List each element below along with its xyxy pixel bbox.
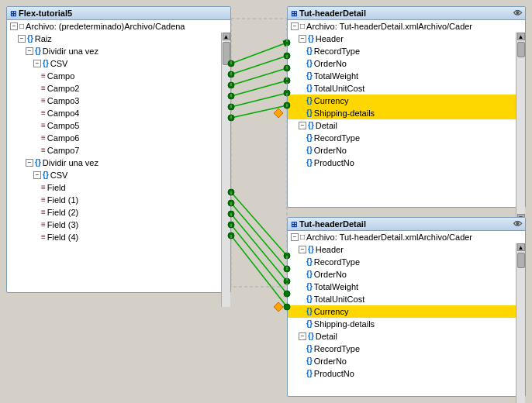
svg-line-8	[231, 214, 287, 281]
bottom-right-panel: ⊞ Tut-headerDetail 👁 − □ Archivo: Tut-he…	[287, 217, 526, 397]
list-item[interactable]: − {} Raiz	[7, 33, 230, 45]
list-item[interactable]: {} TotalUnitCost	[288, 293, 525, 305]
item-label: Dividir una vez	[43, 46, 98, 57]
left-scrollbar[interactable]: ▲	[221, 33, 230, 307]
expand-icon[interactable]: −	[299, 246, 306, 253]
item-label: CSV	[50, 170, 68, 181]
item-link[interactable]: Archivo/Cader	[418, 232, 472, 243]
list-item[interactable]: {} ProductNo	[288, 157, 525, 169]
connection-area-border	[231, 19, 287, 287]
list-item[interactable]: {} OrderNo	[288, 144, 525, 157]
list-item[interactable]: {} Shipping-details	[288, 318, 525, 330]
item-label: Campo7	[47, 145, 80, 156]
list-item[interactable]: {} Currency	[288, 95, 525, 107]
item-label: TotalUnitCost	[314, 294, 364, 305]
list-item[interactable]: ≡ Campo5	[7, 119, 230, 132]
item-label: Shipping-details	[314, 108, 375, 119]
list-item[interactable]: {} RecordType	[288, 45, 525, 57]
curly-icon: {}	[306, 306, 313, 317]
eye-icon[interactable]: 👁	[513, 9, 522, 18]
expand-icon[interactable]: −	[33, 171, 41, 179]
list-item[interactable]: − □ Archivo: Tut-headerDetail.xml Archiv…	[288, 231, 525, 243]
list-item[interactable]: ≡ Campo4	[7, 107, 230, 119]
list-item[interactable]: ≡ Field (1)	[7, 194, 230, 206]
top-right-scrollbar[interactable]: ▲ ▼	[516, 33, 525, 222]
scroll-thumb[interactable]	[223, 42, 230, 65]
list-item[interactable]: {} OrderNo	[288, 355, 525, 367]
list-item[interactable]: {} RecordType	[288, 256, 525, 268]
curly-icon: {}	[306, 58, 313, 69]
svg-line-5	[231, 105, 287, 118]
list-item[interactable]: {} RecordType	[288, 132, 525, 144]
scroll-thumb[interactable]	[517, 42, 525, 57]
list-item[interactable]: ≡ Campo	[7, 70, 230, 82]
field-icon: ≡	[41, 232, 46, 243]
field-icon: ≡	[41, 219, 46, 230]
list-item[interactable]: − {} CSV	[7, 169, 230, 181]
list-item[interactable]: ≡ Campo6	[7, 132, 230, 144]
list-item[interactable]: ≡ Field	[7, 181, 230, 194]
list-item[interactable]: − {} Detail	[288, 119, 525, 132]
left-panel: ⊞ Flex-tutorial5 − □ Archivo: (predeterm…	[6, 6, 231, 293]
list-item[interactable]: ≡ Campo2	[7, 82, 230, 95]
list-item[interactable]: − {} CSV	[7, 57, 230, 70]
list-item[interactable]: {} Currency	[288, 305, 525, 318]
list-item[interactable]: − □ Archivo: (predeterminado) Archivo/Ca…	[7, 20, 230, 33]
scroll-up[interactable]: ▲	[517, 33, 525, 40]
eye-icon[interactable]: 👁	[513, 219, 522, 229]
curly-icon: {}	[306, 356, 313, 367]
item-label: Dividir una vez	[43, 157, 98, 168]
svg-line-0	[231, 43, 287, 64]
curly-icon: {}	[306, 46, 313, 57]
curly-icon: {}	[308, 331, 314, 342]
curly-icon: {}	[35, 46, 41, 57]
list-item[interactable]: {} Shipping-details	[288, 107, 525, 119]
svg-line-2	[231, 68, 287, 85]
list-item[interactable]: {} TotalUnitCost	[288, 82, 525, 95]
bottom-right-panel-icon: ⊞	[291, 220, 297, 229]
list-item[interactable]: {} OrderNo	[288, 57, 525, 70]
expand-icon[interactable]: −	[18, 35, 26, 43]
item-label: ProductNo	[314, 157, 354, 168]
item-link[interactable]: Archivo/Cader	[418, 21, 472, 32]
list-item[interactable]: − {} Header	[288, 243, 525, 256]
list-item[interactable]: {} RecordType	[288, 343, 525, 355]
list-item[interactable]: − {} Dividir una vez	[7, 45, 230, 57]
list-item[interactable]: − {} Header	[288, 33, 525, 45]
list-item[interactable]: ≡ Campo7	[7, 144, 230, 157]
list-item[interactable]: ≡ Field (2)	[7, 206, 230, 219]
expand-icon[interactable]: −	[10, 22, 18, 30]
expand-icon[interactable]: −	[33, 60, 41, 67]
curly-icon: {}	[308, 120, 314, 131]
list-item[interactable]: − {} Dividir una vez	[7, 157, 230, 169]
list-item[interactable]: ≡ Campo3	[7, 95, 230, 107]
expand-icon[interactable]: −	[26, 159, 33, 167]
scroll-up[interactable]: ▲	[517, 243, 525, 251]
bottom-right-scrollbar[interactable]: ▲	[516, 243, 525, 403]
list-item[interactable]: {} OrderNo	[288, 268, 525, 281]
bottom-right-tree: − □ Archivo: Tut-headerDetail.xml Archiv…	[288, 231, 525, 380]
list-item[interactable]: − {} Detail	[288, 330, 525, 343]
list-item[interactable]: {} TotalWeight	[288, 281, 525, 293]
list-item[interactable]: ≡ Field (4)	[7, 231, 230, 243]
list-item[interactable]: ≡ Field (3)	[7, 219, 230, 231]
expand-icon[interactable]: −	[299, 122, 306, 129]
file-icon: □	[19, 21, 24, 32]
scroll-up[interactable]: ▲	[223, 33, 230, 40]
left-panel-icon: ⊞	[10, 9, 16, 18]
list-item[interactable]: {} ProductNo	[288, 367, 525, 380]
item-label: OrderNo	[314, 269, 347, 280]
item-label: TotalUnitCost	[314, 83, 364, 94]
scroll-thumb[interactable]	[517, 253, 525, 268]
svg-line-7	[231, 203, 287, 269]
list-item[interactable]: {} TotalWeight	[288, 70, 525, 82]
expand-icon[interactable]: −	[291, 22, 299, 30]
item-link[interactable]: Archivo/Cadena	[124, 21, 185, 32]
item-label: Header	[316, 33, 344, 44]
list-item[interactable]: − □ Archivo: Tut-headerDetail.xml Archiv…	[288, 20, 525, 33]
expand-icon[interactable]: −	[299, 35, 306, 43]
expand-icon[interactable]: −	[26, 47, 33, 55]
expand-icon[interactable]: −	[291, 233, 299, 241]
field-icon: ≡	[41, 133, 46, 143]
expand-icon[interactable]: −	[299, 332, 306, 340]
